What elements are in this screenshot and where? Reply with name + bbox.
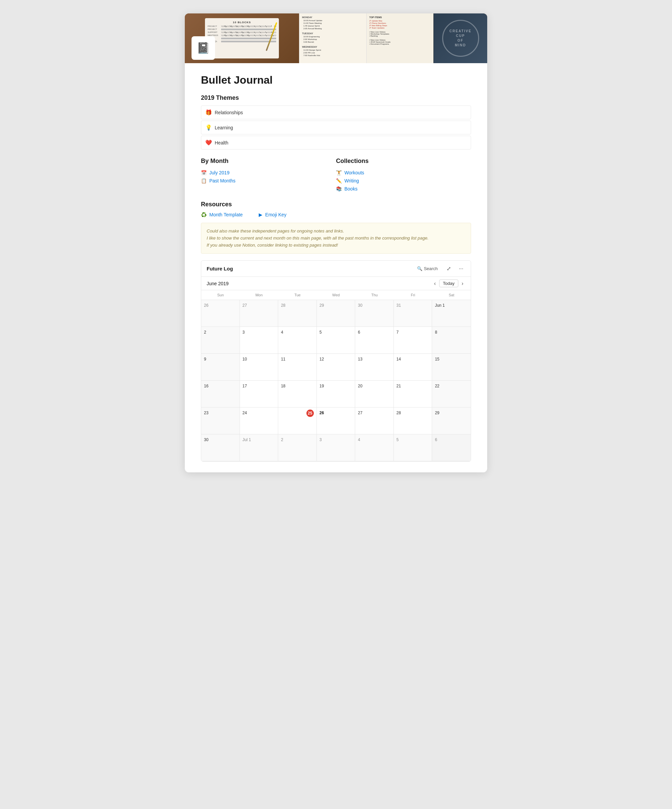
month-label-past: Past Months — [209, 178, 235, 183]
day-header-tue: Tue — [278, 290, 317, 300]
table-row[interactable]: 8 — [432, 327, 471, 354]
table-row[interactable]: 6 — [355, 327, 394, 354]
collection-label-writing: Writing — [344, 178, 359, 183]
table-row[interactable]: 23 — [201, 408, 240, 435]
day-header-sun: Sun — [201, 290, 240, 300]
table-row[interactable]: 24 — [240, 408, 279, 435]
table-row[interactable]: 20 — [355, 381, 394, 408]
future-log-calendar: Future Log 🔍 Search ⤢ ··· June 2019 ‹ To… — [201, 260, 471, 462]
table-row[interactable]: 11 — [278, 354, 317, 381]
table-row[interactable]: 17 — [240, 381, 279, 408]
theme-item-learning[interactable]: 💡 Learning — [201, 121, 471, 134]
day-header-wed: Wed — [317, 290, 356, 300]
page-title: Bullet Journal — [201, 74, 471, 86]
by-month-title: By Month — [201, 158, 336, 164]
table-row[interactable]: 29 — [317, 300, 356, 327]
collection-workouts[interactable]: 🏋️ Workouts — [336, 169, 471, 177]
calendar-expand-button[interactable]: ⤢ — [445, 264, 453, 273]
table-row[interactable]: 31 — [394, 300, 432, 327]
collection-writing[interactable]: ✏️ Writing — [336, 177, 471, 185]
table-row[interactable]: 15 — [432, 354, 471, 381]
month-item-past[interactable]: 📋 Past Months — [201, 177, 336, 185]
themes-list: 🎁 Relationships 💡 Learning ❤️ Health — [201, 106, 471, 149]
collections-col: Collections 🏋️ Workouts ✏️ Writing 📚 Boo… — [336, 158, 471, 193]
calendar-next-button[interactable]: › — [460, 280, 465, 287]
table-row[interactable]: 26 — [317, 408, 356, 435]
resource-icon-template: ♻️ — [201, 212, 207, 217]
table-row[interactable]: Jul 1 — [240, 435, 279, 461]
info-line-2: I like to show the current and next mont… — [207, 235, 465, 242]
collection-emoji-writing: ✏️ — [336, 178, 342, 183]
resource-emoji-key[interactable]: ▶ Emoji Key — [259, 212, 286, 217]
table-row[interactable]: 18 — [278, 381, 317, 408]
calendar-search-button[interactable]: 🔍 Search — [414, 265, 440, 272]
collection-books[interactable]: 📚 Books — [336, 185, 471, 193]
calendar-month-label: June 2019 — [207, 281, 228, 286]
table-row[interactable]: 19 — [317, 381, 356, 408]
calendar-prev-button[interactable]: ‹ — [432, 280, 438, 287]
table-row[interactable]: 21 — [394, 381, 432, 408]
search-icon: 🔍 — [417, 266, 422, 271]
table-row[interactable]: 12 — [317, 354, 356, 381]
collection-emoji-workouts: 🏋️ — [336, 170, 342, 175]
banner-notebook-paper: 10 BLOCKS PROJECT 25 PROJECT SUPPORT MEE… — [205, 18, 279, 59]
theme-emoji-health: ❤️ — [205, 139, 212, 146]
theme-label-learning: Learning — [215, 125, 233, 130]
table-row[interactable]: 5 — [394, 435, 432, 461]
banner-top-items: TOP ITEMS ✗ Update Mac ✗ Phone Numbers ✗… — [366, 13, 433, 63]
table-row[interactable]: 30 — [355, 300, 394, 327]
info-line-1: Could also make these independent pages … — [207, 228, 465, 235]
month-emoji-past: 📋 — [201, 178, 207, 183]
info-box: Could also make these independent pages … — [201, 223, 471, 253]
resources-title: Resources — [201, 201, 471, 208]
table-row[interactable]: 25 — [278, 408, 317, 435]
banner-logo: 📓 — [192, 36, 215, 60]
table-row[interactable]: 10 — [240, 354, 279, 381]
collections-list: 🏋️ Workouts ✏️ Writing 📚 Books — [336, 169, 471, 193]
month-item-july[interactable]: 📅 July 2019 — [201, 169, 336, 177]
theme-item-health[interactable]: ❤️ Health — [201, 136, 471, 149]
table-row[interactable]: 28 — [278, 300, 317, 327]
info-line-3: If you already use Notion, consider link… — [207, 242, 465, 249]
table-row[interactable]: 28 — [394, 408, 432, 435]
table-row[interactable]: 6 — [432, 435, 471, 461]
table-row[interactable]: 27 — [240, 300, 279, 327]
table-row[interactable]: 5 — [317, 327, 356, 354]
month-emoji-july: 📅 — [201, 170, 207, 175]
table-row[interactable]: 22 — [432, 381, 471, 408]
sticker-logo: CreativeCupofMind — [442, 20, 479, 57]
day-header-fri: Fri — [394, 290, 432, 300]
calendar-today-button[interactable]: Today — [439, 280, 458, 287]
table-row[interactable]: 16 — [201, 381, 240, 408]
calendar-section-title: Future Log — [207, 266, 233, 272]
month-list: 📅 July 2019 📋 Past Months — [201, 169, 336, 185]
table-row[interactable]: 26 — [201, 300, 240, 327]
table-row[interactable]: Jun 1 — [432, 300, 471, 327]
table-row[interactable]: 27 — [355, 408, 394, 435]
table-row[interactable]: 2 — [278, 435, 317, 461]
collection-label-books: Books — [344, 186, 358, 191]
calendar-grid: 262728293031Jun 123456789101112131415161… — [201, 300, 471, 461]
collection-label-workouts: Workouts — [344, 170, 364, 175]
collection-emoji-books: 📚 — [336, 186, 342, 191]
calendar-more-button[interactable]: ··· — [457, 264, 465, 273]
table-row[interactable]: 7 — [394, 327, 432, 354]
theme-item-relationships[interactable]: 🎁 Relationships — [201, 106, 471, 119]
table-row[interactable]: 4 — [355, 435, 394, 461]
calendar-day-headers: Sun Mon Tue Wed Thu Fri Sat — [201, 290, 471, 300]
header-banner: 10 BLOCKS PROJECT 25 PROJECT SUPPORT MEE… — [185, 13, 487, 63]
table-row[interactable]: 29 — [432, 408, 471, 435]
resource-month-template[interactable]: ♻️ Month Template — [201, 212, 243, 217]
table-row[interactable]: 2 — [201, 327, 240, 354]
table-row[interactable]: 3 — [317, 435, 356, 461]
by-month-collections-row: By Month 📅 July 2019 📋 Past Months Colle… — [201, 158, 471, 193]
table-row[interactable]: 4 — [278, 327, 317, 354]
table-row[interactable]: 9 — [201, 354, 240, 381]
table-row[interactable]: 30 — [201, 435, 240, 461]
search-label: Search — [424, 266, 437, 271]
main-content: Bullet Journal 2019 Themes 🎁 Relationshi… — [185, 63, 487, 472]
day-header-mon: Mon — [240, 290, 279, 300]
table-row[interactable]: 14 — [394, 354, 432, 381]
table-row[interactable]: 13 — [355, 354, 394, 381]
table-row[interactable]: 3 — [240, 327, 279, 354]
